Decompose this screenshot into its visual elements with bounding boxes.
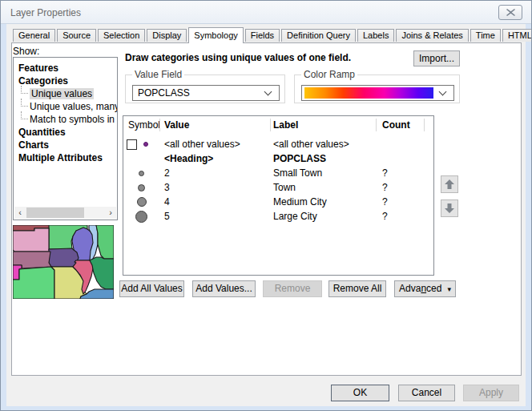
point-symbol-small: [139, 171, 144, 176]
remove-button: Remove: [263, 280, 322, 297]
dropdown-arrow-icon: ▾: [447, 285, 451, 293]
tab-display[interactable]: Display: [147, 29, 187, 42]
chevron-down-icon: [439, 87, 447, 95]
all-other-values-symbol: [143, 142, 148, 147]
value-field-combobox[interactable]: POPCLASS: [132, 85, 280, 101]
table-row[interactable]: 2 Small Town ?: [123, 166, 433, 180]
map-region: [13, 228, 50, 252]
column-header-symbol: Symbol: [128, 119, 160, 131]
remove-all-button[interactable]: Remove All: [328, 280, 386, 297]
tab-definition-query[interactable]: Definition Query: [281, 29, 356, 42]
cancel-button[interactable]: Cancel: [398, 385, 455, 401]
tab-selection[interactable]: Selection: [98, 29, 145, 42]
scroll-left-icon[interactable]: ‹: [14, 207, 26, 219]
value-field-group: Value Field POPCLASS: [125, 75, 285, 103]
map-region: [13, 267, 54, 299]
move-up-button[interactable]: [441, 175, 458, 193]
tab-source[interactable]: Source: [57, 29, 96, 42]
import-button[interactable]: Import...: [413, 50, 460, 66]
table-row[interactable]: 5 Large City ?: [123, 209, 433, 224]
column-header-count: Count: [382, 119, 410, 131]
tab-joins-relates[interactable]: Joins & Relates: [396, 29, 468, 42]
point-symbol-large: [137, 197, 147, 207]
close-icon: [506, 9, 515, 16]
tab-general[interactable]: General: [13, 29, 55, 42]
apply-button: Apply: [463, 385, 519, 401]
tree-item-multiple-attributes[interactable]: Multiple Attributes: [18, 151, 103, 164]
column-header-value: Value: [164, 119, 189, 131]
color-ramp-group: Color Ramp: [294, 75, 460, 103]
tree-connector: [21, 86, 28, 94]
map-region: [96, 225, 114, 259]
show-tree: Features Categories Unique values Unique…: [13, 57, 118, 220]
title-bar[interactable]: Layer Properties: [1, 1, 531, 24]
tree-item-features[interactable]: Features: [18, 62, 58, 75]
value-field-selected: POPCLASS: [133, 87, 265, 99]
tree-item-quantities[interactable]: Quantities: [18, 126, 66, 139]
all-other-values-checkbox[interactable]: [127, 139, 137, 150]
map-region: [49, 248, 79, 267]
close-button[interactable]: [498, 5, 522, 20]
table-row[interactable]: <all other values> <all other values>: [123, 137, 433, 151]
column-header-label: Label: [273, 119, 298, 131]
add-values-button[interactable]: Add Values...: [192, 280, 256, 297]
table-row-heading[interactable]: <Heading> POPCLASS: [123, 151, 433, 166]
tree-item-unique-values[interactable]: Unique values: [30, 87, 94, 100]
ok-button[interactable]: OK: [331, 385, 389, 401]
color-ramp-gradient: [304, 87, 433, 99]
table-row[interactable]: 4 Medium City ?: [123, 195, 433, 209]
value-field-label: Value Field: [132, 69, 184, 80]
tree-item-match-to-symbols[interactable]: Match to symbols in a: [30, 113, 118, 126]
add-all-values-button[interactable]: Add All Values: [119, 280, 184, 297]
advanced-button[interactable]: Advanced▾: [394, 280, 456, 297]
tree-connector: [21, 111, 28, 119]
tab-fields[interactable]: Fields: [245, 29, 280, 42]
tab-bar: General Source Selection Display Symbolo…: [13, 26, 532, 42]
tab-time[interactable]: Time: [470, 29, 501, 42]
arrow-down-icon: [444, 203, 455, 214]
tree-item-unique-values-many[interactable]: Unique values, many: [30, 100, 118, 113]
layer-properties-dialog: Layer Properties General Source Selectio…: [0, 0, 532, 411]
point-symbol-medium: [138, 184, 145, 191]
point-symbol-xlarge: [135, 211, 147, 223]
move-down-button[interactable]: [441, 199, 458, 217]
tree-item-charts[interactable]: Charts: [18, 139, 49, 151]
map-region: [90, 257, 114, 289]
chevron-down-icon: [264, 87, 272, 95]
tab-labels[interactable]: Labels: [357, 29, 394, 42]
color-ramp-label: Color Ramp: [301, 69, 357, 80]
tree-connector: [21, 99, 28, 107]
scroll-right-icon[interactable]: ›: [105, 207, 116, 219]
tab-symbology[interactable]: Symbology: [188, 27, 243, 43]
map-preview: [13, 225, 114, 299]
arrow-up-icon: [444, 179, 455, 190]
color-ramp-combobox[interactable]: [301, 85, 454, 101]
instruction-text: Draw categories using unique values of o…: [125, 52, 413, 63]
tab-html-popup[interactable]: HTML Popup: [502, 29, 532, 42]
unique-values-table: Symbol Value Label Count <all other valu…: [123, 115, 434, 276]
window-title: Layer Properties: [10, 7, 81, 18]
table-row[interactable]: 3 Town ?: [123, 180, 433, 195]
tree-horizontal-scrollbar[interactable]: ‹ ›: [14, 207, 116, 219]
scrollbar-thumb[interactable]: [26, 208, 84, 218]
show-label: Show:: [13, 46, 39, 57]
